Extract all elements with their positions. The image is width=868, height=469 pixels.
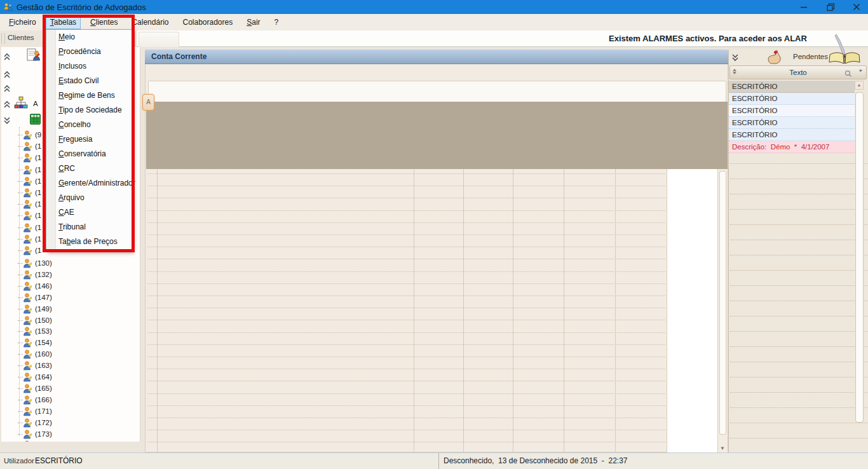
tree-connector — [18, 297, 23, 298]
collapse-up-icon-2[interactable] — [3, 71, 11, 79]
menubar-item-clientes[interactable]: Clientes — [86, 16, 122, 29]
user-label: Utilizador : — [4, 457, 38, 465]
tree-item[interactable]: (1 — [18, 210, 41, 221]
collapse-up-icon-4[interactable] — [3, 100, 11, 109]
tree-item[interactable]: (1 — [18, 175, 41, 187]
search-icon[interactable] — [844, 70, 852, 78]
dropdown-item-inclusos[interactable]: Inclusos — [46, 59, 131, 74]
tree-item[interactable]: (171) — [18, 405, 52, 417]
person-icon — [23, 142, 32, 151]
right-scroll-up-icon[interactable]: ▲ — [855, 81, 864, 90]
tree-item[interactable]: (153) — [18, 325, 52, 337]
tree-item[interactable]: (1 — [18, 187, 41, 198]
tree-item[interactable]: (1 — [18, 198, 41, 210]
dropdown-item-regime-de-bens[interactable]: Regime de Bens — [46, 88, 131, 103]
row-marker-a-button[interactable]: A — [142, 94, 154, 111]
expand-down-icon[interactable] — [3, 116, 11, 125]
dropdown-item-gerente-administrador[interactable]: Gerente/Administrador — [46, 176, 131, 191]
org-chart-icon[interactable] — [14, 97, 28, 111]
sidebar-tab-clientes[interactable]: Clientes — [8, 34, 34, 41]
tree-item[interactable]: (160) — [18, 348, 52, 360]
collapse-up-icon-3[interactable] — [3, 85, 11, 93]
tree-item[interactable]: (172) — [18, 417, 52, 428]
dropdown-item-cae[interactable]: CAE — [46, 205, 131, 220]
right-scroll-thumb[interactable] — [855, 92, 864, 423]
tree-connector — [18, 377, 23, 377]
menubar-item-ficheiro[interactable]: Ficheiro — [4, 16, 41, 29]
pendentes-row[interactable]: ESCRITÓRIO — [729, 117, 855, 129]
grid-column-line — [667, 169, 667, 453]
tree-item[interactable]: (1 — [18, 233, 41, 245]
empty-row-line — [730, 346, 867, 347]
tree-item[interactable]: (130) — [18, 257, 52, 269]
dropdown-item-freguesia[interactable]: Freguesia — [46, 132, 131, 147]
tree-item-label: (165) — [35, 384, 52, 392]
person-icon — [23, 259, 32, 268]
menubar-item-calendário[interactable]: Calendário — [127, 16, 173, 29]
main-vertical-scrollbar[interactable]: ▼ — [717, 169, 728, 453]
main-scroll-thumb[interactable] — [719, 171, 726, 435]
pendentes-row[interactable]: ESCRITÓRIO — [729, 81, 855, 93]
tree-item[interactable]: (1 — [18, 140, 41, 152]
tree-item[interactable]: (163) — [18, 360, 52, 371]
panel-expand-down-icon[interactable] — [731, 53, 739, 62]
pendentes-row[interactable]: ESCRITÓRIO — [729, 129, 855, 141]
tree-item[interactable]: (146) — [18, 280, 52, 292]
tree-item[interactable]: (150) — [18, 315, 52, 326]
person-icon — [23, 384, 32, 393]
collapse-up-icon-1[interactable] — [3, 53, 11, 61]
tree-item[interactable]: (166) — [18, 394, 52, 405]
pendentes-row[interactable]: ESCRITÓRIO — [729, 105, 855, 117]
dropdown-item-estado-civil[interactable]: Estado Civil — [46, 74, 131, 88]
sort-icon[interactable] — [733, 69, 736, 74]
tree-item[interactable]: (1 — [18, 245, 41, 256]
partial-tab[interactable] — [139, 32, 179, 47]
tree-item[interactable]: (154) — [18, 337, 52, 348]
tree-item[interactable]: (1 — [18, 152, 41, 163]
tree-connector — [18, 239, 23, 240]
pendentes-alert-row[interactable]: Descrição: Démo * 4/1/2007 — [729, 141, 855, 153]
tree-item[interactable]: (149) — [18, 303, 52, 315]
tree-item[interactable]: (1 — [18, 164, 41, 175]
tree-item[interactable]: (147) — [18, 292, 52, 303]
tree-item[interactable]: (174) — [18, 439, 52, 442]
dropdown-item-concelho[interactable]: Concelho — [46, 118, 131, 132]
dropdown-item-procedência[interactable]: Procedência — [46, 44, 131, 59]
minimize-button[interactable] — [792, 0, 815, 14]
tree-item[interactable]: (132) — [18, 269, 52, 280]
tree-item[interactable]: (165) — [18, 383, 52, 394]
dropdown-item-crc[interactable]: CRC — [46, 161, 131, 176]
person-icon — [23, 188, 32, 198]
tree-item[interactable]: (1 — [18, 222, 41, 233]
panel-header: Conta Corrente — [145, 50, 728, 64]
pendentes-label: Pendentes — [793, 53, 828, 60]
tree-connector — [18, 275, 23, 275]
client-document-icon[interactable] — [27, 48, 41, 62]
scroll-down-icon[interactable]: ▼ — [720, 445, 725, 451]
pendentes-row[interactable]: ESCRITÓRIO — [729, 93, 855, 105]
close-button[interactable] — [845, 0, 868, 14]
tree-connector — [18, 228, 23, 228]
tree-item[interactable]: (9 — [18, 129, 41, 140]
menubar-item-tabelas[interactable]: Tabelas — [46, 16, 81, 29]
tree-connector — [18, 193, 23, 193]
menubar-item-colaboradores[interactable]: Colaboradores — [178, 16, 237, 29]
menubar-item-item[interactable]: ? — [270, 16, 283, 29]
restore-button[interactable] — [819, 0, 842, 14]
reminder-hand-icon[interactable] — [766, 50, 783, 65]
selected-band[interactable] — [146, 102, 728, 169]
dropdown-item-tribunal[interactable]: Tribunal — [46, 220, 131, 234]
person-icon — [23, 440, 32, 442]
tree-item[interactable]: (173) — [18, 428, 52, 440]
dropdown-item-meio[interactable]: Meio — [46, 30, 131, 44]
dropdown-item-conservatória[interactable]: Conservatória — [46, 147, 131, 161]
dropdown-item-tabela-de-preços[interactable]: Tabela de Preços — [46, 234, 131, 249]
dropdown-item-arquivo[interactable]: Arquivo — [46, 191, 131, 205]
tree-connector — [18, 135, 23, 135]
table-grid-icon[interactable] — [30, 114, 41, 125]
dropdown-item-tipo-de-sociedade[interactable]: Tipo de Sociedade — [46, 103, 131, 118]
grid-row-line — [147, 405, 665, 406]
sidebar-grip[interactable] — [1, 33, 5, 44]
tree-item[interactable]: (164) — [18, 371, 52, 383]
menubar-item-sair[interactable]: Sair — [242, 16, 264, 29]
